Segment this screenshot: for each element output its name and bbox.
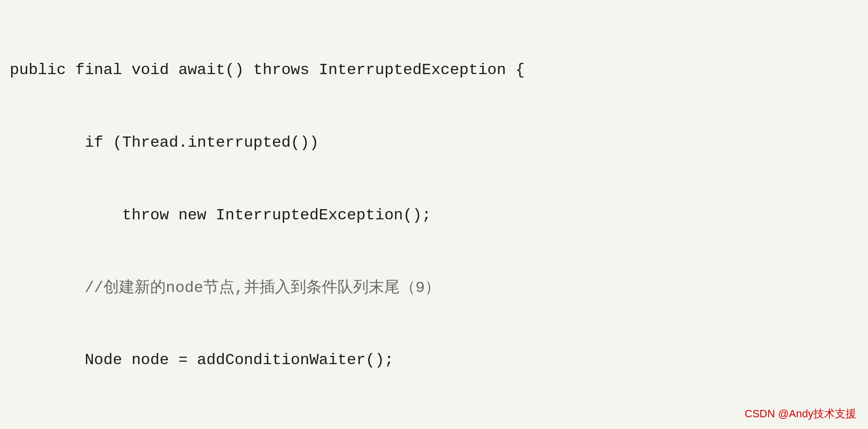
code-line-5: Node node = addConditionWaiter(); — [10, 348, 853, 372]
code-container: public final void await() throws Interru… — [0, 0, 868, 429]
keyword: public final void await() — [10, 61, 253, 79]
code-line-6 — [10, 421, 853, 429]
throw-new-keyword: throw new — [122, 206, 206, 224]
code-line-3: throw new InterruptedException(); — [10, 203, 853, 228]
code-rest-1: InterruptedException { — [310, 61, 525, 79]
watermark: CSDN @Andy技术支援 — [745, 407, 856, 421]
code-line-4: //创建新的node节点,并插入到条件队列末尾（9） — [10, 276, 853, 300]
throws-keyword: throws — [253, 61, 309, 79]
code-line-1: public final void await() throws Interru… — [10, 58, 853, 82]
code-line-2: if (Thread.interrupted()) — [10, 131, 853, 155]
code-block: public final void await() throws Interru… — [10, 10, 853, 429]
